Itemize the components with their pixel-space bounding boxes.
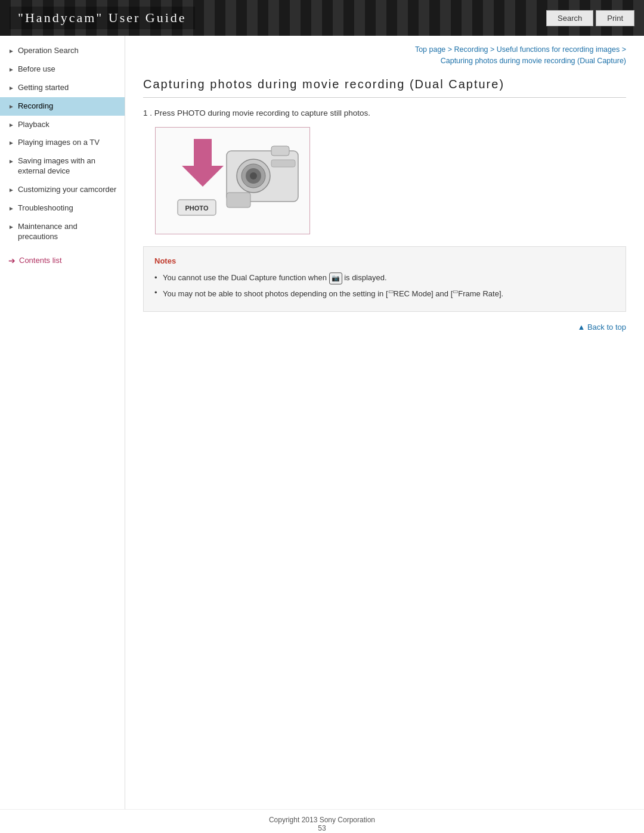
sidebar: ► Operation Search ► Before use ► Gettin… (0, 36, 125, 809)
chevron-right-icon: ► (8, 121, 14, 129)
camera-diagram: PHOTO (156, 128, 309, 234)
site-title: "Handycam" User Guide (10, 7, 195, 29)
print-button[interactable]: Print (596, 10, 634, 26)
notes-box: Notes You cannot use the Dual Capture fu… (143, 246, 626, 312)
breadcrumb-useful-functions[interactable]: Useful functions for recording images (497, 45, 620, 54)
breadcrumb-recording[interactable]: Recording (454, 45, 488, 54)
notes-item-2: You may not be able to shoot photos depe… (154, 287, 615, 301)
notes-item-1: You cannot use the Dual Capture function… (154, 272, 615, 284)
chevron-right-icon: ► (8, 223, 14, 231)
breadcrumb: Top page > Recording > Useful functions … (143, 44, 626, 67)
chevron-right-icon: ► (8, 66, 14, 73)
svg-rect-9 (227, 193, 250, 208)
sidebar-item-saving-images[interactable]: ► Saving images with an external device (0, 152, 125, 181)
svg-marker-1 (182, 139, 224, 187)
sidebar-item-before-use[interactable]: ► Before use (0, 60, 125, 79)
page-title: Capturing photos during movie recording … (143, 78, 626, 98)
notes-title: Notes (154, 255, 615, 268)
sidebar-item-playing-images-tv[interactable]: ► Playing images on a TV (0, 134, 125, 152)
sidebar-item-operation-search[interactable]: ► Operation Search (0, 42, 125, 60)
contents-list-link[interactable]: ➔ Contents list (0, 250, 125, 271)
arrow-right-icon: ➔ (8, 256, 16, 265)
search-button[interactable]: Search (546, 10, 593, 26)
breadcrumb-current-page[interactable]: Capturing photos during movie recording … (441, 57, 626, 65)
page-number: 53 (318, 824, 326, 832)
main-content: Top page > Recording > Useful functions … (125, 36, 644, 809)
sidebar-item-customizing[interactable]: ► Customizing your camcorder (0, 181, 125, 199)
chevron-right-icon: ► (8, 103, 14, 110)
page-header: "Handycam" User Guide Search Print (0, 0, 644, 36)
main-layout: ► Operation Search ► Before use ► Gettin… (0, 36, 644, 809)
step-1-text: 1 . Press PHOTO during movie recording t… (143, 109, 626, 117)
chevron-right-icon: ► (8, 186, 14, 194)
sidebar-item-recording[interactable]: ► Recording (0, 97, 125, 116)
sidebar-item-maintenance[interactable]: ► Maintenance and precautions (0, 218, 125, 246)
page-footer: Copyright 2013 Sony Corporation 53 (0, 809, 644, 833)
camera-mode-icon: 📷 (329, 272, 342, 284)
sidebar-item-getting-started[interactable]: ► Getting started (0, 79, 125, 97)
breadcrumb-top-page[interactable]: Top page (415, 45, 445, 54)
copyright-text: Copyright 2013 Sony Corporation (269, 816, 375, 824)
sidebar-item-troubleshooting[interactable]: ► Troubleshooting (0, 199, 125, 218)
notes-list: You cannot use the Dual Capture function… (154, 272, 615, 301)
chevron-right-icon: ► (8, 84, 14, 92)
header-actions: Search Print (546, 10, 634, 26)
chevron-right-icon: ► (8, 205, 14, 212)
chevron-right-icon: ► (8, 157, 14, 165)
svg-point-6 (250, 172, 257, 179)
sidebar-item-playback[interactable]: ► Playback (0, 116, 125, 134)
svg-rect-7 (271, 146, 289, 156)
chevron-right-icon: ► (8, 139, 14, 147)
svg-text:PHOTO: PHOTO (185, 205, 209, 212)
camera-illustration: PHOTO (155, 127, 310, 234)
back-to-top-link[interactable]: ▲ Back to top (143, 323, 626, 332)
svg-rect-8 (271, 160, 295, 167)
chevron-right-icon: ► (8, 47, 14, 55)
